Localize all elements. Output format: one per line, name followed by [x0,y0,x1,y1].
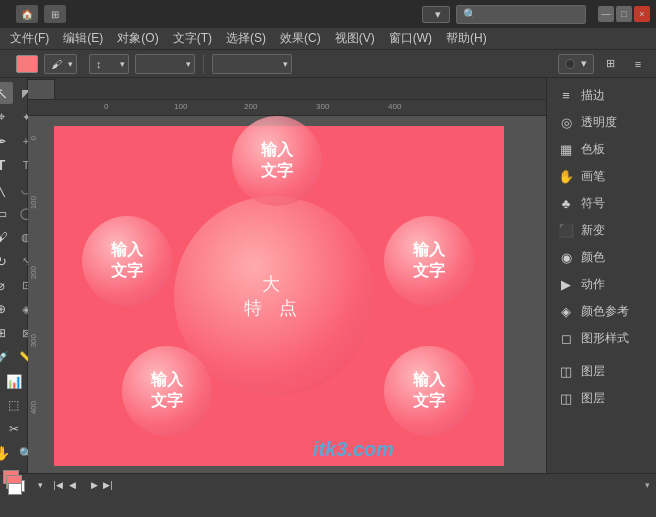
layers-label: 图层 [581,363,605,380]
color-swatches-status [6,475,28,495]
options-btn1[interactable]: ⊞ [598,53,622,75]
panel-transparency[interactable]: ◎ 透明度 [549,110,654,135]
left-toolbar: ↖ ◤ ⌖ ✦ ✒ + T T ╲ ◡ ▭ ◯ 🖌 ◍ ↻ ⤡ [0,78,28,473]
panel-gradient[interactable]: ⬛ 新变 [549,218,654,243]
circle-bottom-left-text: 输入文字 [151,370,183,412]
circle-left-text: 输入文字 [111,240,143,282]
hand-tool[interactable]: ✋ [0,442,13,464]
stroke-panel-label: 描边 [581,87,605,104]
close-button[interactable]: × [634,6,650,22]
nav-last[interactable]: ▶| [101,478,115,492]
lasso-tool[interactable]: ⌖ [0,106,13,128]
document-tab[interactable] [28,79,55,99]
warp-tool[interactable]: ⌀ [0,274,13,296]
color-guide-icon: ◈ [557,304,575,320]
panel-actions[interactable]: ▶ 动作 [549,272,654,297]
circle-bottom-right[interactable]: 输入文字 [384,346,474,436]
menu-file[interactable]: 文件(F) [4,28,55,49]
line-tool[interactable]: ╲ [0,178,13,200]
right-panel: ≡ 描边 ◎ 透明度 ▦ 色板 ✋ 画笔 ♣ 符号 ⬛ 新变 ◉ 颜色 ▶ 动作 [546,78,656,473]
panel-graphic-styles[interactable]: ◻ 图形样式 [549,326,654,351]
gradient-label: 新变 [581,222,605,239]
menu-view[interactable]: 视图(V) [329,28,381,49]
actions-icon: ▶ [557,277,575,293]
panel-stroke[interactable]: ≡ 描边 [549,83,654,108]
ruler-mark-200: 200 [244,102,257,111]
fill-color-swatch[interactable] [16,55,38,73]
layers-icon: ◫ [557,364,575,380]
watermark: itk3.com [313,436,394,462]
menu-edit[interactable]: 编辑(E) [57,28,109,49]
type-tool[interactable]: T [0,154,13,176]
circle-right[interactable]: 输入文字 [384,216,474,306]
maximize-button[interactable]: □ [616,6,632,22]
zoom-dropdown-arrow: ▾ [38,480,43,490]
home-icon[interactable]: 🏠 [16,5,38,23]
nav-next[interactable]: ▶ [87,478,101,492]
transparency-label: 透明度 [581,114,617,131]
eyedropper-tool[interactable]: 💉 [0,346,13,368]
panel-symbols[interactable]: ♣ 符号 [549,191,654,216]
separator [203,54,204,74]
circle-top-text: 输入文字 [261,140,293,182]
horizontal-ruler: 0 100 200 300 400 [28,100,546,116]
panel-brushes[interactable]: ✋ 画笔 [549,164,654,189]
circle-left[interactable]: 输入文字 [82,216,172,306]
rotate-tool[interactable]: ↻ [0,250,13,272]
panel-swatches[interactable]: ▦ 色板 [549,137,654,162]
nav-controls: |◀ ◀ ▶ ▶| [51,478,115,492]
options-extra-dropdown[interactable] [212,54,292,74]
shape-builder-tool[interactable]: ⊕ [0,298,13,320]
rectangle-tool[interactable]: ▭ [0,202,13,224]
color-label: 颜色 [581,249,605,266]
menu-effect[interactable]: 效果(C) [274,28,327,49]
auto-dropdown[interactable]: ▾ [422,6,450,23]
panel-color-guide[interactable]: ◈ 颜色参考 [549,299,654,324]
transparency-icon: ◎ [557,115,575,131]
menu-help[interactable]: 帮助(H) [440,28,493,49]
circle-bottom-right-text: 输入文字 [413,370,445,412]
menu-window[interactable]: 窗口(W) [383,28,438,49]
nav-prev[interactable]: ◀ [65,478,79,492]
canvas-content: 大 特 点 输入文字 输入文字 输入文字 [44,116,546,473]
vertical-ruler: 0 100 200 300 400 [28,116,44,451]
artboard-tool[interactable]: ⬚ [2,394,26,416]
graph-tool[interactable]: 📊 [2,370,26,392]
swatches-icon: ▦ [557,142,575,158]
workspace-icon[interactable]: ⊞ [44,5,66,23]
ruler-mark-400: 400 [388,102,401,111]
menu-select[interactable]: 选择(S) [220,28,272,49]
perspective-tool[interactable]: ⊞ [0,322,13,344]
brushes-label: 画笔 [581,168,605,185]
options-btn2[interactable]: ≡ [626,53,650,75]
artboard: 大 特 点 输入文字 输入文字 输入文字 [54,126,504,466]
panel-layers[interactable]: ◫ 图层 [549,359,654,384]
touch-icon [565,59,575,69]
paintbrush-tool[interactable]: 🖌 [0,226,13,248]
brush-icon: 🖌 [51,58,62,70]
color-guide-label: 颜色参考 [581,303,629,320]
stroke-width-dropdown[interactable] [135,54,195,74]
minimize-button[interactable]: — [598,6,614,22]
search-icon: 🔍 [463,8,477,21]
panel-color[interactable]: ◉ 颜色 [549,245,654,270]
symbols-icon: ♣ [557,196,575,212]
swatches-label: 色板 [581,141,605,158]
selection-tool[interactable]: ↖ [0,82,13,104]
canvas-container: 0 100 200 300 400 0 100 200 300 400 [28,78,546,473]
stroke-type-dropdown[interactable]: 🖌 [44,54,77,74]
bg-swatch[interactable] [8,483,22,495]
stroke-dropdown[interactable]: ↕ [89,54,129,74]
big-subtitle-line1: 大 [262,272,286,296]
touch-dropdown[interactable]: ▾ [558,54,594,74]
panel-layers2[interactable]: ◫ 图层 [549,386,654,411]
nav-first[interactable]: |◀ [51,478,65,492]
stroke-panel-icon: ≡ [557,88,575,104]
search-box[interactable]: 🔍 [456,5,586,24]
menu-text[interactable]: 文字(T) [167,28,218,49]
pen-tool[interactable]: ✒ [0,130,13,152]
menu-object[interactable]: 对象(O) [111,28,164,49]
slice-tool[interactable]: ✂ [2,418,26,440]
circle-top[interactable]: 输入文字 [232,116,322,206]
circle-bottom-left[interactable]: 输入文字 [122,346,212,436]
